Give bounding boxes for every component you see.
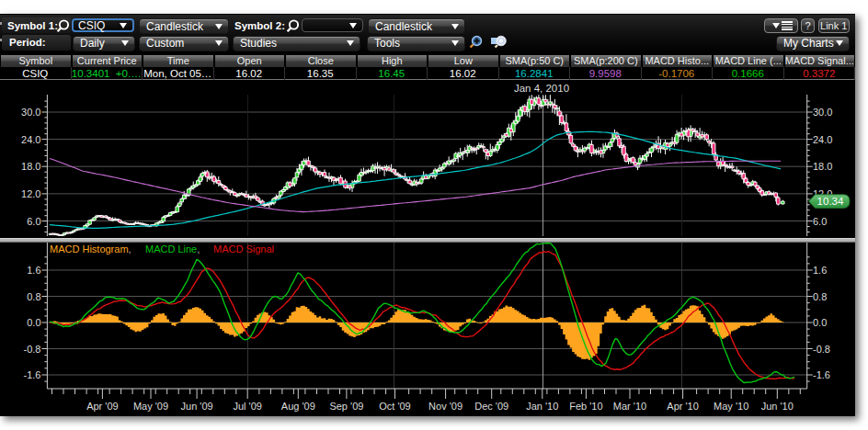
svg-text:30.0: 30.0 (21, 107, 40, 118)
svg-text:Oct '09: Oct '09 (379, 401, 411, 412)
svg-text:Jun '10: Jun '10 (761, 401, 794, 412)
svg-text:1.6: 1.6 (27, 265, 40, 276)
svg-text:Jan '10: Jan '10 (526, 401, 558, 412)
svg-text:Aug '09: Aug '09 (281, 401, 315, 412)
svg-text:MACD Line,: MACD Line, (145, 243, 200, 255)
svg-text:1.6: 1.6 (813, 265, 827, 276)
svg-text:12.0: 12.0 (21, 188, 40, 199)
svg-text:-0.8: -0.8 (24, 344, 41, 355)
svg-text:30.0: 30.0 (813, 107, 832, 118)
svg-text:18.0: 18.0 (21, 161, 40, 172)
svg-text:0.8: 0.8 (27, 291, 40, 302)
svg-text:-1.6: -1.6 (24, 369, 41, 380)
svg-text:Nov '09: Nov '09 (428, 401, 463, 412)
svg-text:-1.6: -1.6 (813, 369, 830, 380)
svg-text:Dec '09: Dec '09 (474, 401, 508, 412)
svg-text:Jan 4, 2010: Jan 4, 2010 (514, 83, 569, 94)
svg-text:Jul '09: Jul '09 (233, 401, 261, 412)
svg-text:24.0: 24.0 (813, 134, 832, 145)
svg-text:Sep '09: Sep '09 (329, 401, 363, 412)
svg-text:0.0: 0.0 (27, 317, 40, 328)
svg-text:0.8: 0.8 (813, 291, 827, 302)
svg-text:Feb '10: Feb '10 (569, 401, 602, 412)
svg-text:18.0: 18.0 (813, 161, 832, 172)
svg-text:May '09: May '09 (133, 401, 168, 412)
svg-text:6.0: 6.0 (27, 216, 40, 227)
svg-text:Apr '10: Apr '10 (667, 401, 699, 412)
svg-text:Apr '09: Apr '09 (86, 401, 119, 412)
svg-text:-0.8: -0.8 (813, 344, 830, 355)
svg-text:Mar '10: Mar '10 (613, 401, 646, 412)
svg-text:0.0: 0.0 (813, 317, 827, 328)
svg-text:10.34: 10.34 (817, 196, 844, 207)
svg-text:6.0: 6.0 (813, 216, 827, 227)
svg-text:MACD Histogram,: MACD Histogram, (50, 243, 131, 255)
svg-text:Jun '09: Jun '09 (181, 401, 213, 412)
svg-text:24.0: 24.0 (21, 134, 40, 145)
svg-text:May '10: May '10 (714, 401, 748, 412)
svg-text:MACD Signal: MACD Signal (213, 243, 274, 255)
